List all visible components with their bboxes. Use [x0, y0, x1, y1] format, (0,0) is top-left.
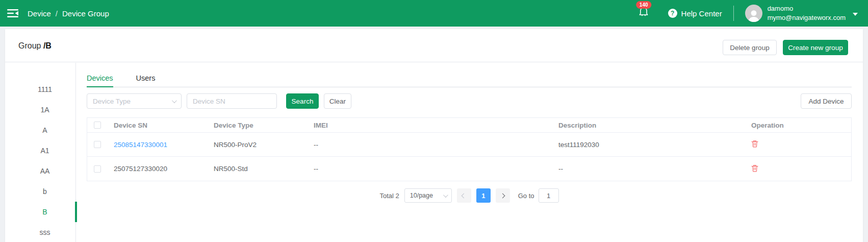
- imei-cell: --: [309, 165, 553, 173]
- device-sn-link[interactable]: 25085147330001: [114, 141, 167, 149]
- page-size-value: 10/page: [410, 192, 433, 199]
- help-center-label: Help Center: [681, 9, 722, 18]
- hamburger-collapse-icon[interactable]: [7, 9, 18, 18]
- card-body: 1111 1A A A1 AA b B sss Devices Users De…: [5, 63, 863, 242]
- select-all-checkbox[interactable]: [94, 122, 101, 129]
- col-description: Description: [553, 122, 732, 129]
- prev-page-button[interactable]: [457, 188, 471, 203]
- chevron-down-icon[interactable]: [853, 13, 858, 16]
- page-size-select[interactable]: 10/page: [404, 188, 452, 203]
- breadcrumb-device[interactable]: Device: [28, 9, 51, 18]
- row-checkbox[interactable]: [94, 165, 101, 173]
- content-card: Group /B Delete group Create new group 1…: [5, 29, 863, 242]
- tab-bar: Devices Users: [87, 63, 852, 87]
- group-item-1a[interactable]: 1A: [5, 100, 75, 120]
- page-title-prefix: Group: [18, 41, 43, 50]
- pagination-total: Total 2: [379, 192, 399, 200]
- next-page-button[interactable]: [496, 188, 510, 203]
- chevron-down-icon: [443, 192, 448, 198]
- page-number-1[interactable]: 1: [476, 188, 491, 203]
- tab-users[interactable]: Users: [136, 74, 156, 87]
- chevron-down-icon: [172, 98, 177, 103]
- device-sn-cell: 25075127330020: [109, 165, 209, 173]
- page-title-group: /B: [43, 41, 52, 50]
- col-device-type: Device Type: [209, 122, 309, 129]
- pagination: Total 2 10/page 1 Go to: [87, 188, 852, 203]
- main-panel: Devices Users Device Type Search Clear A…: [76, 63, 863, 242]
- group-item-aa[interactable]: AA: [5, 161, 75, 181]
- page-title: Group /B: [18, 41, 52, 51]
- goto-page-input[interactable]: [539, 188, 559, 203]
- group-item-a[interactable]: A: [5, 120, 75, 140]
- avatar[interactable]: [745, 5, 762, 22]
- trash-icon[interactable]: [751, 140, 758, 148]
- header-divider: [733, 6, 734, 21]
- imei-cell: --: [309, 141, 553, 149]
- group-list-sidebar: 1111 1A A A1 AA b B sss: [5, 63, 76, 242]
- question-circle-icon: ?: [668, 9, 677, 18]
- user-menu[interactable]: damomo mymo@navigateworx.com: [768, 4, 846, 22]
- create-new-group-button[interactable]: Create new group: [783, 40, 848, 55]
- col-device-sn: Device SN: [109, 122, 209, 129]
- device-type-select[interactable]: Device Type: [87, 93, 182, 109]
- description-cell: --: [553, 165, 732, 173]
- breadcrumb-device-group[interactable]: Device Group: [62, 9, 109, 18]
- col-operation: Operation: [732, 122, 851, 129]
- device-type-cell: NR500-ProV2: [209, 141, 309, 149]
- delete-group-button[interactable]: Delete group: [723, 40, 777, 55]
- notification-count-badge: 140: [636, 1, 652, 9]
- breadcrumb-separator: /: [56, 9, 58, 18]
- goto-label: Go to: [518, 192, 534, 200]
- filter-row: Device Type Search Clear Add Device: [87, 93, 852, 109]
- add-device-button[interactable]: Add Device: [801, 93, 852, 109]
- chevron-right-icon: [500, 193, 505, 198]
- col-imei: IMEI: [309, 122, 553, 129]
- device-type-cell: NR500-Std: [209, 165, 309, 173]
- card-header: Group /B Delete group Create new group: [5, 29, 863, 62]
- breadcrumb: Device / Device Group: [28, 9, 109, 18]
- avatar-person-icon: [746, 9, 761, 22]
- top-header-bar: Device / Device Group 140 ? Help Center …: [0, 0, 868, 27]
- group-item-a1[interactable]: A1: [5, 140, 75, 161]
- user-email: mymo@navigateworx.com: [768, 13, 846, 22]
- row-checkbox[interactable]: [94, 141, 101, 148]
- description-cell: test11192030: [553, 141, 732, 149]
- devices-table: Device SN Device Type IMEI Description O…: [87, 117, 852, 181]
- tab-devices[interactable]: Devices: [87, 74, 113, 87]
- user-name: damomo: [768, 4, 846, 13]
- table-row: 25075127330020 NR500-Std -- --: [87, 157, 851, 181]
- help-center-button[interactable]: ? Help Center: [668, 9, 722, 18]
- trash-icon[interactable]: [751, 164, 758, 172]
- group-item-sss[interactable]: sss: [5, 222, 75, 242]
- device-sn-input[interactable]: [187, 93, 277, 109]
- notifications-button[interactable]: 140: [639, 7, 649, 20]
- group-item-b-lower[interactable]: b: [5, 181, 75, 202]
- group-item-1111[interactable]: 1111: [5, 79, 75, 100]
- device-type-placeholder: Device Type: [93, 98, 131, 105]
- chevron-left-icon: [462, 193, 467, 198]
- search-button[interactable]: Search: [286, 93, 319, 109]
- table-header-row: Device SN Device Type IMEI Description O…: [87, 118, 851, 133]
- group-item-b-selected[interactable]: B: [5, 202, 75, 222]
- header-right-controls: 140 ? Help Center damomo mymo@navigatewo…: [639, 4, 858, 22]
- clear-button[interactable]: Clear: [324, 93, 351, 109]
- table-row: 25085147330001 NR500-ProV2 -- test111920…: [87, 133, 851, 157]
